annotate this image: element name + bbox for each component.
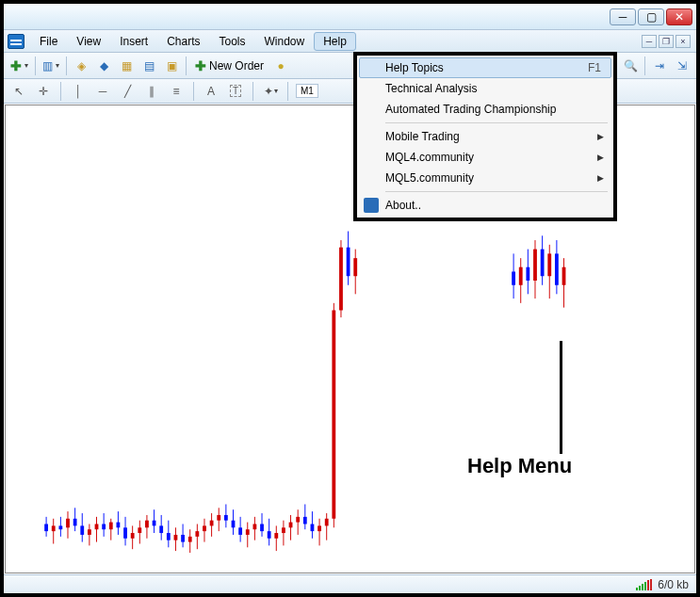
menu-item-label: Automated Trading Championship xyxy=(385,103,556,116)
profiles-button[interactable]: ▥▾ xyxy=(40,56,62,76)
chevron-down-icon: ▾ xyxy=(24,61,28,70)
svg-rect-73 xyxy=(303,517,307,524)
fibonacci-button[interactable]: ≡ xyxy=(167,82,186,101)
terminal-button[interactable]: ▦ xyxy=(116,56,137,76)
svg-rect-47 xyxy=(210,521,214,526)
svg-rect-83 xyxy=(339,248,343,311)
svg-rect-25 xyxy=(131,533,135,539)
mql5-community-item[interactable]: MQL5.community ▶ xyxy=(359,168,611,188)
horizontal-line-button[interactable]: ─ xyxy=(93,82,112,101)
channel-button[interactable]: ∥ xyxy=(142,82,161,101)
mdi-close-button[interactable]: × xyxy=(676,35,691,48)
navigator-button[interactable]: ◆ xyxy=(93,56,114,76)
strategy-tester-button[interactable]: ▣ xyxy=(161,56,182,76)
close-button[interactable]: ✕ xyxy=(666,8,692,25)
autotrade-button[interactable]: ● xyxy=(270,56,291,76)
market-watch-button[interactable]: ◈ xyxy=(71,56,91,76)
fibo-icon: ≡ xyxy=(172,85,179,98)
statusbar: 6/0 kb xyxy=(4,574,696,593)
svg-rect-37 xyxy=(174,535,178,541)
about-icon xyxy=(364,198,379,213)
trendline-icon: ╱ xyxy=(124,85,131,98)
chart-autoscroll-button[interactable]: ⇲ xyxy=(672,56,692,76)
svg-rect-101 xyxy=(555,253,559,284)
profiles-icon: ▥ xyxy=(42,59,53,73)
menu-help[interactable]: Help xyxy=(314,32,356,51)
menu-item-label: About.. xyxy=(385,199,421,212)
market-watch-icon: ◈ xyxy=(77,59,86,73)
svg-rect-51 xyxy=(224,515,228,521)
separator xyxy=(644,56,645,75)
channel-icon: ∥ xyxy=(149,85,155,98)
mdi-restore-button[interactable]: ❐ xyxy=(659,35,674,48)
mobile-trading-item[interactable]: Mobile Trading ▶ xyxy=(359,126,611,147)
menu-view[interactable]: View xyxy=(67,32,110,51)
vertical-line-button[interactable]: │ xyxy=(69,82,88,101)
svg-rect-35 xyxy=(167,533,171,541)
menu-window[interactable]: Window xyxy=(255,32,315,51)
menu-separator xyxy=(385,122,608,123)
svg-rect-97 xyxy=(541,250,545,277)
hline-icon: ─ xyxy=(99,85,107,98)
chart-shift-button[interactable]: ⇥ xyxy=(649,56,670,76)
svg-rect-91 xyxy=(519,267,523,285)
mdi-minimize-button[interactable]: ─ xyxy=(642,35,657,48)
svg-rect-99 xyxy=(547,253,551,276)
menu-insert[interactable]: Insert xyxy=(110,32,157,51)
svg-rect-11 xyxy=(80,525,84,535)
plus-icon: ✚ xyxy=(10,58,22,73)
svg-rect-69 xyxy=(289,523,293,528)
app-window: ─ ▢ ✕ File View Insert Charts Tools Wind… xyxy=(0,0,700,597)
timeframe-m1-button[interactable]: M1 xyxy=(296,84,318,98)
svg-rect-49 xyxy=(217,515,220,521)
svg-rect-59 xyxy=(252,524,256,529)
menu-tools[interactable]: Tools xyxy=(210,32,255,51)
menu-file[interactable]: File xyxy=(30,32,67,51)
svg-rect-61 xyxy=(260,524,264,531)
svg-rect-95 xyxy=(533,250,537,281)
menu-item-label: Help Topics xyxy=(385,61,444,74)
crosshair-button[interactable]: ✛ xyxy=(34,82,53,101)
cursor-button[interactable]: ↖ xyxy=(9,82,28,101)
menubar: File View Insert Charts Tools Window Hel… xyxy=(4,30,696,53)
svg-rect-9 xyxy=(73,519,77,526)
connection-status: 6/0 kb xyxy=(658,578,689,591)
label-button[interactable]: T xyxy=(226,82,245,101)
data-window-button[interactable]: ▤ xyxy=(138,56,159,76)
text-icon: A xyxy=(207,85,215,98)
mql4-community-item[interactable]: MQL4.community ▶ xyxy=(359,147,611,168)
connection-bars-icon xyxy=(636,579,652,590)
atc-item[interactable]: Automated Trading Championship xyxy=(359,99,611,120)
menu-item-label: Mobile Trading xyxy=(385,130,460,143)
minimize-icon: ─ xyxy=(619,10,627,24)
svg-rect-5 xyxy=(58,525,62,529)
new-chart-button[interactable]: ✚▾ xyxy=(8,56,31,76)
navigator-icon: ◆ xyxy=(100,59,108,73)
menu-item-shortcut: F1 xyxy=(588,61,601,74)
svg-rect-31 xyxy=(153,521,156,526)
trendline-button[interactable]: ╱ xyxy=(118,82,137,101)
arrows-button[interactable]: ✦▾ xyxy=(261,82,280,101)
submenu-arrow-icon: ▶ xyxy=(597,153,604,162)
svg-rect-77 xyxy=(317,525,321,531)
svg-rect-39 xyxy=(181,535,185,542)
svg-rect-13 xyxy=(88,529,91,535)
help-topics-item[interactable]: Help Topics F1 xyxy=(359,57,611,78)
menu-charts[interactable]: Charts xyxy=(157,32,209,51)
new-order-label: New Order xyxy=(209,59,264,73)
maximize-button[interactable]: ▢ xyxy=(638,8,664,25)
close-icon: ✕ xyxy=(675,10,684,24)
zoom-in-button[interactable]: 🔍 xyxy=(620,56,641,76)
titlebar[interactable]: ─ ▢ ✕ xyxy=(4,4,696,30)
text-button[interactable]: A xyxy=(202,82,220,101)
svg-rect-23 xyxy=(123,527,127,538)
about-item[interactable]: About.. xyxy=(359,195,611,216)
technical-analysis-item[interactable]: Technical Analysis xyxy=(359,78,611,99)
menu-item-label: MQL5.community xyxy=(385,171,474,185)
minimize-button[interactable]: ─ xyxy=(610,8,636,25)
chevron-down-icon: ▾ xyxy=(274,87,278,95)
zoom-in-icon: 🔍 xyxy=(624,59,638,73)
new-order-button[interactable]: ✚ New Order xyxy=(190,56,269,76)
svg-rect-65 xyxy=(274,533,278,539)
separator xyxy=(252,82,253,101)
